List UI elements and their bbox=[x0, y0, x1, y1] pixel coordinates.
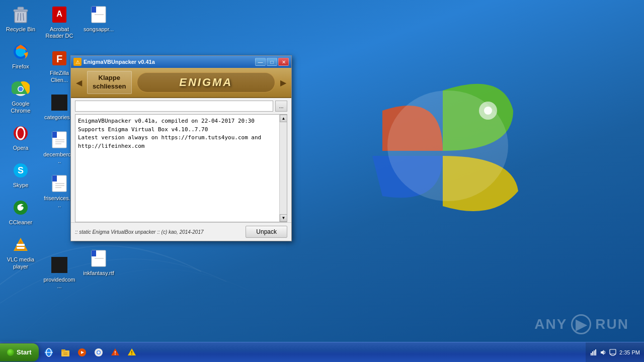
taskbar-items: ! ! bbox=[41, 345, 586, 360]
acrobat-label: Acrobat Reader DC bbox=[43, 26, 75, 39]
taskbar-explorer-icon[interactable] bbox=[58, 345, 73, 360]
opera-label: Opera bbox=[13, 145, 29, 151]
scroll-up-btn[interactable]: ▲ bbox=[280, 115, 287, 122]
providedcom-icon bbox=[49, 255, 69, 275]
desktop-icon-firefox[interactable]: Firefox bbox=[3, 40, 39, 72]
svg-point-61 bbox=[97, 351, 100, 353]
svg-rect-34 bbox=[52, 175, 57, 182]
anyrun-text: ANY bbox=[534, 316, 567, 332]
anyrun-run-text: RUN bbox=[595, 316, 629, 332]
svg-point-14 bbox=[14, 126, 28, 140]
svg-text:!: ! bbox=[114, 350, 116, 356]
window-icon: ⚠ bbox=[73, 58, 82, 66]
svg-rect-67 bbox=[592, 351, 593, 355]
banner-enigma-logo: ENIGMA bbox=[137, 72, 276, 93]
svg-text:S: S bbox=[18, 165, 24, 175]
minimize-button[interactable]: — bbox=[255, 58, 266, 66]
opera-icon bbox=[11, 123, 31, 143]
vlc-label: VLC media player bbox=[5, 256, 37, 269]
acrobat-icon: A bbox=[49, 5, 69, 25]
close-button[interactable]: ✕ bbox=[278, 58, 289, 66]
recycle-bin-label: Recycle Bin bbox=[6, 26, 35, 33]
desktop-icon-opera[interactable]: Opera bbox=[3, 121, 39, 153]
taskbar-avast-icon[interactable]: ! bbox=[108, 345, 123, 360]
svg-rect-43 bbox=[51, 257, 67, 273]
tray-action-center-icon[interactable] bbox=[609, 348, 617, 356]
firefox-icon bbox=[11, 42, 31, 62]
desktop-icon-vlc[interactable]: VLC media player bbox=[3, 233, 39, 272]
desktop-icon-skype[interactable]: S Skype bbox=[3, 158, 39, 191]
window-titlebar[interactable]: ⚠ EnigmaVBUnpacker v0.41a — □ ✕ bbox=[71, 56, 291, 68]
tray-network-icon[interactable] bbox=[590, 348, 598, 356]
svg-rect-66 bbox=[591, 353, 592, 355]
desktop-icon-chrome[interactable]: Google Chrome bbox=[3, 77, 39, 116]
taskbar-clock[interactable]: 2:35 PM bbox=[619, 349, 640, 355]
svg-point-2 bbox=[484, 107, 492, 115]
svg-text:A: A bbox=[56, 10, 62, 18]
vlc-icon bbox=[11, 235, 31, 255]
desktop-icons-col3: songsappr... bbox=[80, 3, 117, 35]
skype-label: Skype bbox=[13, 182, 29, 189]
skype-icon: S bbox=[11, 160, 31, 180]
svg-marker-70 bbox=[601, 350, 604, 355]
desktop-icon-acrobat[interactable]: A Acrobat Reader DC bbox=[41, 3, 77, 41]
svg-text:F: F bbox=[56, 53, 62, 64]
taskbar-warning-icon[interactable]: ! bbox=[124, 345, 139, 360]
enigma-window: ⚠ EnigmaVBUnpacker v0.41a — □ ✕ ◀ Klappe… bbox=[70, 55, 292, 241]
ccleaner-icon bbox=[11, 198, 31, 218]
desktop-icon-inkfantasy[interactable]: inkfantasy.rtf bbox=[80, 246, 117, 279]
firefox-label: Firefox bbox=[12, 63, 29, 70]
decemberco-icon bbox=[49, 130, 69, 150]
banner-klappe-text: Klappeschliessen bbox=[87, 71, 132, 94]
file-path-input[interactable] bbox=[75, 101, 273, 112]
window-title: EnigmaVBUnpacker v0.41a bbox=[84, 59, 253, 65]
window-controls: — □ ✕ bbox=[255, 58, 289, 66]
anyrun-play-icon: ▶ bbox=[571, 314, 591, 334]
taskbar-tray: 2:35 PM bbox=[586, 342, 644, 362]
taskbar-wmp-icon[interactable] bbox=[74, 345, 90, 360]
scroll-down-btn[interactable]: ▼ bbox=[280, 214, 287, 222]
taskbar-chrome-icon[interactable] bbox=[91, 345, 106, 360]
categories-label: categories... bbox=[44, 114, 74, 121]
maximize-button[interactable]: □ bbox=[267, 58, 277, 66]
svg-rect-54 bbox=[61, 349, 65, 351]
desktop-icon-recycle-bin[interactable]: Recycle Bin bbox=[3, 3, 39, 35]
tray-sound-icon[interactable] bbox=[599, 348, 607, 356]
svg-text:!: ! bbox=[131, 350, 132, 356]
inkfantasy-icon bbox=[89, 248, 109, 268]
svg-rect-45 bbox=[92, 7, 96, 13]
start-orb bbox=[7, 349, 14, 356]
svg-rect-22 bbox=[17, 244, 25, 246]
svg-rect-48 bbox=[92, 250, 96, 256]
svg-point-13 bbox=[19, 87, 23, 92]
svg-rect-69 bbox=[595, 349, 596, 355]
desktop-icon-ccleaner[interactable]: CCleaner bbox=[3, 196, 39, 228]
banner-right-arrow[interactable]: ▶ bbox=[280, 78, 286, 87]
output-scrollbar[interactable]: ▲ ▼ bbox=[279, 115, 287, 222]
file-input-row: ... bbox=[71, 98, 291, 114]
status-text: :: static Enigma VirtualBox unpacker :: … bbox=[75, 229, 204, 235]
svg-rect-71 bbox=[610, 349, 616, 354]
inkfantasy-label: inkfantasy.rtf bbox=[83, 270, 114, 277]
browse-button[interactable]: ... bbox=[275, 101, 287, 112]
songsappr-label: songsappr... bbox=[84, 26, 114, 33]
svg-rect-27 bbox=[51, 95, 67, 111]
taskbar-ie-icon[interactable] bbox=[41, 345, 56, 360]
window-banner: ◀ Klappeschliessen ENIGMA ▶ bbox=[71, 68, 291, 98]
taskbar: Start bbox=[0, 342, 644, 362]
filezilla-icon: F bbox=[49, 48, 69, 68]
unpack-button[interactable]: Unpack bbox=[246, 226, 287, 238]
svg-rect-68 bbox=[594, 350, 595, 355]
recycle-bin-icon bbox=[11, 5, 31, 25]
output-text: EnigmaVBUnpacker v0.41a, compiled on 22-… bbox=[75, 115, 287, 153]
tray-icons bbox=[590, 348, 617, 356]
start-button[interactable]: Start bbox=[0, 343, 39, 361]
svg-rect-5 bbox=[18, 7, 24, 10]
desktop-icon-songsappr[interactable]: songsappr... bbox=[80, 3, 117, 35]
desktop-icons-col1: Recycle Bin Firefox bbox=[3, 3, 39, 272]
ccleaner-label: CCleaner bbox=[9, 219, 32, 226]
chrome-label: Google Chrome bbox=[5, 101, 37, 114]
desktop-icon-providedcom[interactable]: providedcom... bbox=[41, 253, 77, 292]
svg-line-8 bbox=[23, 13, 24, 21]
banner-left-arrow[interactable]: ◀ bbox=[76, 78, 82, 87]
